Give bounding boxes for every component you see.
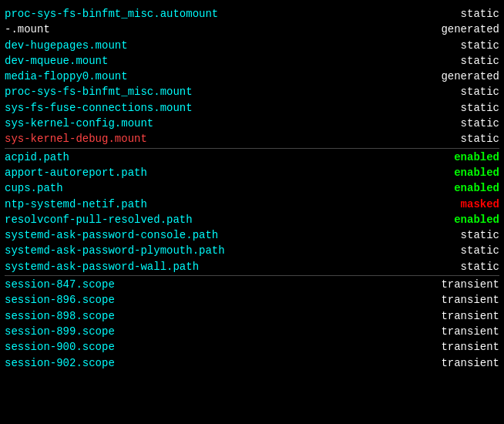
state-value: generated [441,22,499,37]
unit-name: dev-hugepages.mount [5,38,128,53]
state-value: static [461,38,499,53]
table-row: sys-fs-fuse-connections.mountstatic [5,100,499,116]
unit-name: session-898.scope [5,308,115,324]
table-row: ntp-systemd-netif.pathmasked [5,197,499,212]
state-value: enabled [454,212,499,227]
table-row: sys-kernel-debug.mountstatic [5,131,499,146]
table-row: dev-hugepages.mountstatic [5,38,499,53]
state-value: transient [441,308,499,324]
unit-name: sys-kernel-config.mount [5,116,153,131]
unit-name: ntp-systemd-netif.path [5,197,147,212]
unit-name: session-902.scope [5,355,115,371]
table-row: cups.pathenabled [5,180,499,196]
state-value: enabled [454,165,499,180]
table-row: session-902.scopetransient [5,355,499,371]
state-value: static [461,227,499,243]
state-value: static [461,259,499,274]
table-row: proc-sys-fs-binfmt_misc.mountstatic [5,84,499,99]
unit-name: acpid.path [5,150,69,165]
unit-name: session-900.scope [5,339,115,355]
unit-name: session-899.scope [5,324,115,339]
unit-name: systemd-ask-password-plymouth.path [5,243,225,258]
section-divider [5,275,499,276]
table-row: dev-mqueue.mountstatic [5,53,499,69]
table-row: session-899.scopetransient [5,324,499,339]
state-value: static [461,116,499,131]
table-row: apport-autoreport.pathenabled [5,165,499,180]
state-value: transient [441,292,499,308]
state-value: transient [441,277,499,292]
state-value: static [461,243,499,258]
table-row: sys-kernel-config.mountstatic [5,116,499,131]
table-row: systemd-ask-password-plymouth.pathstatic [5,243,499,258]
table-body: proc-sys-fs-binfmt_misc.automountstatic-… [5,6,499,371]
state-value: transient [441,339,499,355]
terminal-window: proc-sys-fs-binfmt_misc.automountstatic-… [5,6,499,371]
table-row: session-896.scopetransient [5,292,499,308]
table-row: session-898.scopetransient [5,308,499,324]
table-row: media-floppy0.mountgenerated [5,69,499,84]
unit-name: proc-sys-fs-binfmt_misc.mount [5,84,193,99]
state-value: generated [441,69,499,84]
state-value: static [461,84,499,99]
unit-name: media-floppy0.mount [5,69,128,84]
state-value: static [461,131,499,146]
state-value: enabled [454,150,499,165]
unit-name: systemd-ask-password-console.path [5,227,218,243]
unit-name: session-896.scope [5,292,115,308]
unit-name: cups.path [5,180,63,196]
table-row: session-900.scopetransient [5,339,499,355]
state-value: enabled [454,180,499,196]
table-row: resolvconf-pull-resolved.pathenabled [5,212,499,227]
unit-name: sys-fs-fuse-connections.mount [5,100,193,116]
unit-name: apport-autoreport.path [5,165,147,180]
table-row: session-847.scopetransient [5,277,499,292]
unit-name: dev-mqueue.mount [5,53,108,69]
state-value: static [461,100,499,116]
table-row: acpid.pathenabled [5,150,499,165]
unit-name: systemd-ask-password-wall.path [5,259,199,274]
table-row: systemd-ask-password-wall.pathstatic [5,259,499,274]
state-value: static [461,6,499,22]
unit-name: resolvconf-pull-resolved.path [5,212,193,227]
unit-name: session-847.scope [5,277,115,292]
table-row: -.mountgenerated [5,22,499,37]
unit-name: proc-sys-fs-binfmt_misc.automount [5,6,218,22]
state-value: transient [441,324,499,339]
table-row: systemd-ask-password-console.pathstatic [5,227,499,243]
state-value: transient [441,355,499,371]
section-divider [5,148,499,149]
table-row: proc-sys-fs-binfmt_misc.automountstatic [5,6,499,22]
state-value: static [461,53,499,69]
unit-name: sys-kernel-debug.mount [5,131,147,146]
state-value: masked [461,197,499,212]
unit-name: -.mount [5,22,50,37]
